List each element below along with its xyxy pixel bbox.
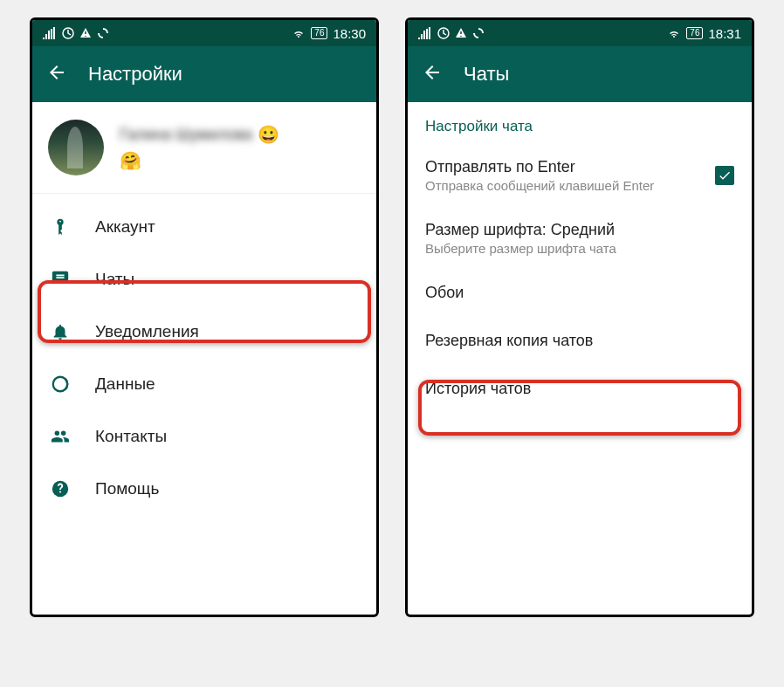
enter-send-subtitle: Отправка сообщений клавишей Enter [425, 178, 715, 193]
enter-send-title: Отправлять по Enter [425, 158, 715, 176]
enter-send-checkbox[interactable] [715, 166, 734, 185]
menu-label-chats: Чаты [95, 270, 134, 289]
menu-label-account: Аккаунт [95, 217, 155, 237]
profile-text: Галина Шумилова 😀 🤗 [120, 124, 279, 171]
menu-label-data: Данные [95, 374, 155, 394]
menu-item-data[interactable]: Данные [32, 358, 376, 410]
wifi-icon [667, 27, 681, 39]
settings-menu: Аккаунт Чаты Уведомления Данные Контакты [32, 194, 376, 522]
setting-enter-send[interactable]: Отправлять по Enter Отправка сообщений к… [408, 144, 752, 207]
wallpaper-title: Обои [425, 284, 734, 302]
app-bar: Настройки [32, 46, 376, 102]
profile-name: Галина Шумилова [120, 126, 252, 144]
key-icon [50, 216, 71, 237]
battery-icon: 76 [686, 27, 703, 39]
profile-emoji-1: 😀 [258, 124, 279, 145]
signal-icon [43, 27, 57, 39]
chat-icon [50, 269, 71, 290]
battery-icon: 76 [311, 27, 327, 39]
avatar [48, 120, 104, 175]
menu-item-account[interactable]: Аккаунт [32, 201, 376, 253]
setting-wallpaper[interactable]: Обои [408, 270, 752, 318]
profile-row[interactable]: Галина Шумилова 😀 🤗 [32, 102, 376, 194]
menu-item-contacts[interactable]: Контакты [32, 410, 376, 463]
status-time: 18:30 [333, 26, 366, 41]
data-icon [50, 374, 71, 395]
app-bar: Чаты [408, 46, 752, 102]
setting-backup[interactable]: Резервная копия чатов [408, 318, 752, 366]
status-right: 76 18:31 [667, 26, 741, 41]
menu-item-help[interactable]: Помощь [32, 463, 376, 515]
font-size-title: Размер шрифта: Средний [425, 221, 734, 239]
settings-screen: 76 18:30 Настройки Галина Шумилова 😀 🤗 А… [30, 17, 379, 617]
warning-icon [455, 27, 467, 39]
app-bar-title: Настройки [88, 63, 182, 86]
menu-label-notifications: Уведомления [95, 322, 199, 341]
status-right: 76 18:30 [292, 26, 366, 41]
font-size-subtitle: Выберите размер шрифта чата [425, 241, 734, 256]
contacts-icon [50, 426, 71, 447]
sim-icon [62, 27, 74, 39]
sync-icon [472, 27, 485, 39]
wifi-icon [292, 27, 306, 39]
menu-item-chats[interactable]: Чаты [32, 253, 376, 306]
help-icon [50, 478, 71, 499]
status-time: 18:31 [708, 26, 741, 41]
status-left [418, 27, 485, 39]
status-bar: 76 18:30 [32, 20, 376, 46]
section-title: Настройки чата [408, 102, 752, 144]
sim-icon [437, 27, 450, 39]
backup-title: Резервная копия чатов [425, 332, 734, 350]
sync-icon [97, 27, 109, 39]
menu-label-contacts: Контакты [95, 427, 167, 446]
status-left [43, 27, 109, 39]
signal-icon [418, 27, 432, 39]
blank-area [408, 414, 752, 615]
setting-history[interactable]: История чатов [408, 366, 752, 414]
back-icon[interactable] [46, 62, 67, 86]
app-bar-title: Чаты [464, 63, 509, 86]
chats-settings-screen: 76 18:31 Чаты Настройки чата Отправлять … [405, 17, 754, 617]
menu-label-help: Помощь [95, 479, 159, 498]
setting-font-size[interactable]: Размер шрифта: Средний Выберите размер ш… [408, 207, 752, 270]
status-bar: 76 18:31 [408, 20, 752, 46]
menu-item-notifications[interactable]: Уведомления [32, 306, 376, 358]
check-icon [718, 168, 732, 182]
profile-emoji-2: 🤗 [120, 150, 279, 171]
warning-icon [79, 27, 92, 39]
back-icon[interactable] [422, 62, 443, 86]
bell-icon [50, 321, 71, 342]
history-title: История чатов [425, 380, 734, 398]
